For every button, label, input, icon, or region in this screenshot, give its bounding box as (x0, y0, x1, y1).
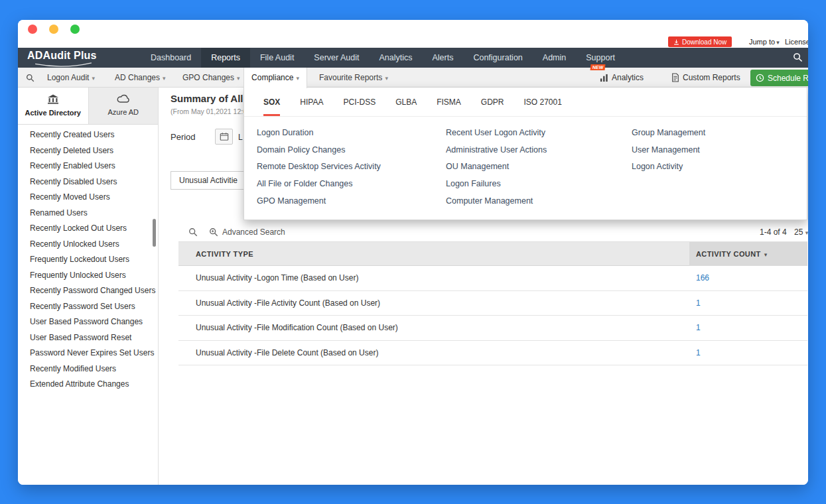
page-size-value: 25 (794, 227, 803, 237)
sidebar-report-item[interactable]: Frequently Unlocked Users (18, 268, 158, 284)
jump-to-label: Jump to (749, 38, 775, 46)
sidebar-report-item[interactable]: User Based Password Changes (18, 314, 158, 330)
sidebar-report-item[interactable]: Recently Password Changed Users (18, 283, 158, 299)
page-size-dropdown[interactable]: 25 ▾ (794, 222, 808, 243)
sidebar-report-item[interactable]: Frequently Lockedout Users (18, 252, 158, 268)
nav-item-file-audit[interactable]: File Audit (250, 48, 304, 68)
compliance-report-link[interactable]: Administrative User Actions (446, 142, 547, 159)
nav-item-reports[interactable]: Reports (201, 48, 250, 68)
custom-reports-label: Custom Reports (683, 73, 740, 82)
compliance-report-link[interactable]: OU Management (446, 158, 547, 176)
bar-chart-icon (600, 74, 608, 82)
download-now-label: Download Now (682, 38, 726, 46)
period-preset-dropdown-partial[interactable]: L (238, 129, 243, 146)
advanced-search-icon[interactable] (209, 227, 218, 239)
tab-fisma[interactable]: FISMA (437, 88, 461, 116)
tab-gdpr[interactable]: GDPR (481, 88, 504, 116)
activity-count-link[interactable]: 166 (696, 266, 709, 291)
sidebar-report-item[interactable]: Recently Enabled Users (18, 158, 158, 174)
sidebar-report-item[interactable]: Recently Created Users (18, 127, 158, 143)
analytics-button[interactable]: Analytics (600, 68, 644, 88)
menu-ad-changes[interactable]: AD Changes▾ (115, 68, 166, 88)
window-minimize-button[interactable] (49, 25, 58, 34)
schedule-reports-button[interactable]: Schedule Re (750, 70, 808, 86)
pagination-status: 1-4 of 4 (760, 222, 787, 242)
sidebar-report-item[interactable]: Password Never Expires Set Users (18, 346, 158, 361)
caret-down-icon: ▾ (163, 75, 166, 82)
period-label: Period (171, 129, 196, 146)
app-logo[interactable]: ADAudit Plus (27, 50, 97, 62)
sidebar-scrollbar-thumb[interactable] (153, 219, 156, 247)
menu-gpo-changes-label: GPO Changes (182, 73, 234, 82)
menu-compliance[interactable]: Compliance▾ (243, 68, 307, 88)
compliance-report-link[interactable]: Logon Duration (257, 125, 381, 142)
tab-glba[interactable]: GLBA (395, 88, 417, 116)
cloud-icon (117, 94, 130, 105)
tab-sox[interactable]: SOX (263, 88, 280, 116)
menu-favourite-reports[interactable]: Favourite Reports▾ (319, 68, 388, 88)
compliance-report-link[interactable]: Recent User Logon Activity (446, 125, 547, 142)
activity-count-link[interactable]: 1 (696, 341, 701, 366)
tab-azure-ad[interactable]: Azure AD (88, 88, 159, 124)
custom-reports-button[interactable]: Custom Reports (671, 68, 740, 88)
jump-to-link[interactable]: Jump to▾ (749, 38, 780, 46)
compliance-report-link[interactable]: GPO Management (257, 193, 381, 210)
tab-unusual-activities[interactable]: Unusual Activitie (171, 171, 246, 190)
menu-favourite-reports-label: Favourite Reports (319, 73, 382, 82)
compliance-report-link[interactable]: User Management (632, 142, 705, 159)
menu-logon-audit[interactable]: Logon Audit▾ (47, 68, 95, 88)
table-row: Unusual Activity -File Delete Count (Bas… (178, 341, 807, 366)
nav-item-alerts[interactable]: Alerts (422, 48, 463, 68)
column-header-activity-count[interactable]: ACTIVITY COUNT▾ (689, 242, 807, 266)
tab-iso-27001[interactable]: ISO 27001 (524, 88, 562, 116)
compliance-report-link[interactable]: Remote Desktop Services Activity (257, 158, 381, 176)
download-now-button[interactable]: Download Now (668, 36, 732, 47)
activity-count-link[interactable]: 1 (696, 291, 701, 316)
sidebar-report-item[interactable]: User Based Password Reset (18, 330, 158, 346)
column-header-activity-type[interactable]: ACTIVITY TYPE (196, 242, 253, 266)
page-subtitle: (From May 01,2021 12:0 (171, 107, 247, 115)
sidebar-report-item[interactable]: Recently Locked Out Users (18, 221, 158, 237)
tab-pci-dss[interactable]: PCI-DSS (343, 88, 376, 116)
sidebar-report-item[interactable]: Recently Password Set Users (18, 299, 158, 315)
compliance-report-link[interactable]: Group Management (632, 125, 705, 142)
nav-item-analytics[interactable]: Analytics (369, 48, 422, 68)
nav-item-admin[interactable]: Admin (533, 48, 576, 68)
nav-item-server-audit[interactable]: Server Audit (304, 48, 369, 68)
license-link[interactable]: License (785, 38, 808, 46)
compliance-report-link[interactable]: Computer Management (446, 193, 547, 210)
sidebar-report-item[interactable]: Recently Deleted Users (18, 143, 158, 159)
table-row: Unusual Activity -File Activity Count (B… (178, 291, 807, 316)
nav-item-configuration[interactable]: Configuration (463, 48, 532, 68)
compliance-report-link[interactable]: Logon Failures (446, 176, 547, 193)
tab-active-directory[interactable]: Active Directory (18, 88, 88, 124)
sidebar-report-item[interactable]: Recently Disabled Users (18, 174, 158, 190)
app-window: Download Now Jump to▾ License ADAudit Pl… (18, 20, 808, 485)
sidebar-report-item[interactable]: Recently Modified Users (18, 361, 158, 377)
sidebar-report-item[interactable]: Extended Attribute Changes (18, 377, 158, 393)
activity-count-link[interactable]: 1 (696, 316, 701, 341)
tab-hipaa[interactable]: HIPAA (300, 88, 323, 116)
sidebar-report-item[interactable]: Recently Moved Users (18, 190, 158, 206)
sidebar-tabs: Active Directory Azure AD (18, 88, 158, 125)
compliance-report-link[interactable]: Logon Activity (632, 158, 705, 176)
compliance-report-link[interactable]: Domain Policy Changes (257, 142, 381, 159)
window-zoom-button[interactable] (70, 25, 80, 34)
toolbar-search-icon[interactable] (26, 73, 34, 85)
sidebar-report-item[interactable]: Renamed Users (18, 206, 158, 221)
nav-item-dashboard[interactable]: Dashboard (141, 48, 201, 68)
menu-logon-audit-label: Logon Audit (47, 73, 89, 82)
compliance-report-link[interactable]: All File or Folder Changes (257, 176, 381, 193)
clock-icon (756, 74, 764, 82)
activity-count-header-label: ACTIVITY COUNT (696, 250, 761, 258)
sidebar: Active Directory Azure AD Recently Creat… (18, 88, 159, 485)
window-close-button[interactable] (28, 25, 37, 34)
sidebar-report-item[interactable]: Recently Unlocked Users (18, 237, 158, 253)
menu-compliance-label: Compliance (251, 73, 293, 82)
period-calendar-button[interactable] (215, 129, 233, 145)
search-icon[interactable] (793, 52, 803, 65)
quick-search-icon[interactable] (188, 227, 198, 239)
advanced-search-label[interactable]: Advanced Search (222, 222, 285, 242)
activity-type-cell: Unusual Activity -Logon Time (Based on U… (196, 266, 358, 291)
menu-gpo-changes[interactable]: GPO Changes▾ (182, 68, 240, 88)
